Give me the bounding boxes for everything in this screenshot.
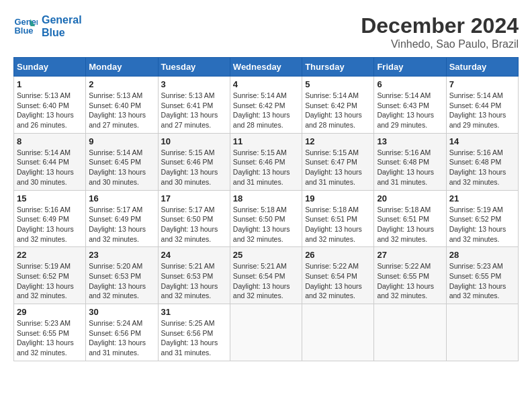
calendar-week-5: 29Sunrise: 5:23 AMSunset: 6:55 PMDayligh… [14,304,519,361]
calendar-cell: 13Sunrise: 5:16 AMSunset: 6:48 PMDayligh… [374,133,446,190]
logo-icon: General Blue [13,14,38,38]
day-info: Sunrise: 5:16 AMSunset: 6:49 PMDaylight:… [17,205,83,244]
logo: General Blue General Blue [13,13,82,39]
calendar-cell: 5Sunrise: 5:14 AMSunset: 6:42 PMDaylight… [302,77,374,134]
day-number: 16 [89,193,154,203]
day-number: 31 [161,307,227,317]
day-number: 3 [161,79,227,89]
calendar-cell: 29Sunrise: 5:23 AMSunset: 6:55 PMDayligh… [14,304,86,361]
day-info: Sunrise: 5:19 AMSunset: 6:52 PMDaylight:… [17,261,83,301]
weekday-header-row: SundayMondayTuesdayWednesdayThursdayFrid… [14,58,519,77]
day-number: 28 [449,250,515,260]
calendar-cell: 20Sunrise: 5:18 AMSunset: 6:51 PMDayligh… [374,190,446,247]
calendar-cell: 8Sunrise: 5:14 AMSunset: 6:44 PMDaylight… [14,133,86,190]
calendar-cell: 30Sunrise: 5:24 AMSunset: 6:56 PMDayligh… [86,304,158,361]
day-info: Sunrise: 5:19 AMSunset: 6:52 PMDaylight:… [449,205,515,244]
calendar-cell: 23Sunrise: 5:20 AMSunset: 6:53 PMDayligh… [86,247,158,304]
day-info: Sunrise: 5:18 AMSunset: 6:50 PMDaylight:… [233,205,299,244]
calendar-cell: 25Sunrise: 5:21 AMSunset: 6:54 PMDayligh… [230,247,302,304]
weekday-header-friday: Friday [374,58,446,77]
day-info: Sunrise: 5:13 AMSunset: 6:40 PMDaylight:… [17,91,83,130]
day-info: Sunrise: 5:21 AMSunset: 6:53 PMDaylight:… [161,261,227,301]
calendar-cell: 26Sunrise: 5:22 AMSunset: 6:54 PMDayligh… [302,247,374,304]
day-info: Sunrise: 5:15 AMSunset: 6:46 PMDaylight:… [161,148,227,187]
day-info: Sunrise: 5:13 AMSunset: 6:41 PMDaylight:… [161,91,227,130]
calendar-cell: 16Sunrise: 5:17 AMSunset: 6:49 PMDayligh… [86,190,158,247]
day-number: 21 [449,193,515,203]
calendar-cell: 1Sunrise: 5:13 AMSunset: 6:40 PMDaylight… [14,77,86,134]
weekday-header-saturday: Saturday [446,58,518,77]
day-info: Sunrise: 5:14 AMSunset: 6:42 PMDaylight:… [305,91,371,130]
weekday-header-thursday: Thursday [302,58,374,77]
calendar-cell: 18Sunrise: 5:18 AMSunset: 6:50 PMDayligh… [230,190,302,247]
day-info: Sunrise: 5:17 AMSunset: 6:49 PMDaylight:… [89,205,154,244]
day-number: 23 [89,250,154,260]
calendar-cell: 6Sunrise: 5:14 AMSunset: 6:43 PMDaylight… [374,77,446,134]
calendar-cell: 21Sunrise: 5:19 AMSunset: 6:52 PMDayligh… [446,190,518,247]
day-info: Sunrise: 5:22 AMSunset: 6:54 PMDaylight:… [305,261,371,301]
day-info: Sunrise: 5:14 AMSunset: 6:44 PMDaylight:… [17,148,83,187]
day-info: Sunrise: 5:14 AMSunset: 6:43 PMDaylight:… [377,91,443,130]
day-number: 26 [305,250,371,260]
day-number: 24 [161,250,227,260]
day-number: 22 [17,250,83,260]
weekday-header-sunday: Sunday [14,58,86,77]
calendar-cell: 3Sunrise: 5:13 AMSunset: 6:41 PMDaylight… [158,77,230,134]
calendar-week-4: 22Sunrise: 5:19 AMSunset: 6:52 PMDayligh… [14,247,519,304]
weekday-header-tuesday: Tuesday [158,58,230,77]
title-block: December 2024 Vinhedo, Sao Paulo, Brazil [361,13,519,50]
calendar-cell [302,304,374,361]
calendar-week-2: 8Sunrise: 5:14 AMSunset: 6:44 PMDaylight… [14,133,519,190]
calendar-cell: 14Sunrise: 5:16 AMSunset: 6:48 PMDayligh… [446,133,518,190]
logo-line1: General [42,13,82,26]
day-number: 10 [161,136,227,146]
day-number: 1 [17,79,83,89]
day-number: 4 [233,79,299,89]
logo-line2: Blue [42,26,82,39]
day-info: Sunrise: 5:16 AMSunset: 6:48 PMDaylight:… [377,148,443,187]
calendar-cell: 24Sunrise: 5:21 AMSunset: 6:53 PMDayligh… [158,247,230,304]
day-info: Sunrise: 5:18 AMSunset: 6:51 PMDaylight:… [305,205,371,244]
calendar-table: SundayMondayTuesdayWednesdayThursdayFrid… [13,57,519,361]
day-info: Sunrise: 5:17 AMSunset: 6:50 PMDaylight:… [161,205,227,244]
day-number: 11 [233,136,299,146]
calendar-cell: 10Sunrise: 5:15 AMSunset: 6:46 PMDayligh… [158,133,230,190]
day-number: 29 [17,307,83,317]
day-info: Sunrise: 5:15 AMSunset: 6:47 PMDaylight:… [305,148,371,187]
calendar-cell [374,304,446,361]
weekday-header-wednesday: Wednesday [230,58,302,77]
page-header: General Blue General Blue December 2024 … [13,13,519,50]
day-info: Sunrise: 5:14 AMSunset: 6:42 PMDaylight:… [233,91,299,130]
day-number: 5 [305,79,371,89]
day-number: 6 [377,79,443,89]
calendar-cell [230,304,302,361]
day-info: Sunrise: 5:15 AMSunset: 6:46 PMDaylight:… [233,148,299,187]
day-info: Sunrise: 5:13 AMSunset: 6:40 PMDaylight:… [89,91,154,130]
day-info: Sunrise: 5:21 AMSunset: 6:54 PMDaylight:… [233,261,299,301]
svg-text:Blue: Blue [14,26,33,36]
calendar-cell: 17Sunrise: 5:17 AMSunset: 6:50 PMDayligh… [158,190,230,247]
weekday-header-monday: Monday [86,58,158,77]
day-number: 20 [377,193,443,203]
calendar-cell: 7Sunrise: 5:14 AMSunset: 6:44 PMDaylight… [446,77,518,134]
day-number: 9 [89,136,154,146]
month-title: December 2024 [361,13,519,38]
day-info: Sunrise: 5:20 AMSunset: 6:53 PMDaylight:… [89,261,154,301]
day-number: 14 [449,136,515,146]
day-number: 18 [233,193,299,203]
day-number: 30 [89,307,154,317]
day-info: Sunrise: 5:24 AMSunset: 6:56 PMDaylight:… [89,318,154,358]
calendar-cell: 4Sunrise: 5:14 AMSunset: 6:42 PMDaylight… [230,77,302,134]
calendar-cell: 15Sunrise: 5:16 AMSunset: 6:49 PMDayligh… [14,190,86,247]
calendar-cell: 12Sunrise: 5:15 AMSunset: 6:47 PMDayligh… [302,133,374,190]
calendar-cell: 28Sunrise: 5:23 AMSunset: 6:55 PMDayligh… [446,247,518,304]
day-info: Sunrise: 5:22 AMSunset: 6:55 PMDaylight:… [377,261,443,301]
calendar-cell [446,304,518,361]
day-number: 12 [305,136,371,146]
calendar-cell: 19Sunrise: 5:18 AMSunset: 6:51 PMDayligh… [302,190,374,247]
day-number: 13 [377,136,443,146]
calendar-cell: 2Sunrise: 5:13 AMSunset: 6:40 PMDaylight… [86,77,158,134]
calendar-week-1: 1Sunrise: 5:13 AMSunset: 6:40 PMDaylight… [14,77,519,134]
location-subtitle: Vinhedo, Sao Paulo, Brazil [361,38,519,50]
calendar-cell: 27Sunrise: 5:22 AMSunset: 6:55 PMDayligh… [374,247,446,304]
